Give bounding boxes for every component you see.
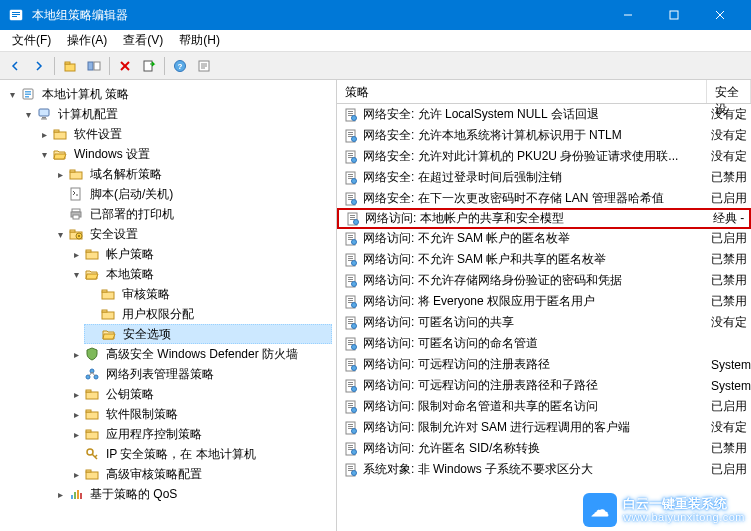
minimize-button[interactable]: [605, 0, 651, 30]
svg-rect-93: [350, 217, 355, 218]
tree-network-list[interactable]: 网络列表管理器策略: [68, 364, 332, 384]
properties-button[interactable]: [193, 55, 215, 77]
policy-row[interactable]: 网络访问: 将 Everyone 权限应用于匿名用户 已禁用: [337, 291, 751, 312]
policy-row[interactable]: 网络安全: 在超过登录时间后强制注销 已禁用: [337, 167, 751, 188]
policy-row[interactable]: 网络访问: 可匿名访问的共享 没有定: [337, 312, 751, 333]
tree-public-key[interactable]: ▸ 公钥策略: [68, 384, 332, 404]
collapse-icon[interactable]: ▾: [52, 226, 68, 242]
policy-row[interactable]: 网络访问: 可远程访问的注册表路径 System: [337, 354, 751, 375]
menu-file[interactable]: 文件(F): [4, 30, 59, 51]
svg-point-120: [352, 323, 357, 328]
tree-software-settings[interactable]: ▸ 软件设置: [36, 124, 332, 144]
svg-rect-68: [348, 113, 353, 114]
column-header-policy[interactable]: 策略: [337, 80, 707, 103]
collapse-icon[interactable]: ▾: [4, 86, 20, 102]
list-body[interactable]: 网络安全: 允许 LocalSystem NULL 会话回退 没有定 网络安全:…: [337, 104, 751, 531]
tree-windows-settings[interactable]: ▾ Windows 设置: [36, 144, 332, 164]
policy-row[interactable]: 网络访问: 限制对命名管道和共享的匿名访问 已启用: [337, 396, 751, 417]
policy-row[interactable]: 网络访问: 不允许 SAM 帐户的匿名枚举 已启用: [337, 228, 751, 249]
svg-point-70: [352, 115, 357, 120]
expand-icon[interactable]: ▸: [68, 386, 84, 402]
policy-row[interactable]: 网络访问: 限制允许对 SAM 进行远程调用的客户端 没有定: [337, 417, 751, 438]
svg-rect-97: [348, 235, 353, 236]
tree-user-rights[interactable]: 用户权限分配: [84, 304, 332, 324]
policy-row[interactable]: 网络安全: 允许对此计算机的 PKU2U 身份验证请求使用联... 没有定: [337, 146, 751, 167]
tree-name-resolution[interactable]: ▸ 域名解析策略: [52, 164, 332, 184]
tree-software-restriction[interactable]: ▸ 软件限制策略: [68, 404, 332, 424]
tree-local-policies[interactable]: ▾ 本地策略: [68, 264, 332, 284]
tree-ip-security[interactable]: IP 安全策略，在 本地计算机: [68, 444, 332, 464]
tree-advanced-audit[interactable]: ▸ 高级审核策略配置: [68, 464, 332, 484]
policy-label: 网络访问: 限制对命名管道和共享的匿名访问: [361, 398, 703, 415]
column-header-security[interactable]: 安全设: [707, 80, 751, 103]
tree-windows-defender[interactable]: ▸ 高级安全 Windows Defender 防火墙: [68, 344, 332, 364]
policy-icon: [341, 192, 361, 206]
menu-action[interactable]: 操作(A): [59, 30, 115, 51]
policy-icon: [341, 274, 361, 288]
policy-row[interactable]: 网络安全: 允许本地系统将计算机标识用于 NTLM 没有定: [337, 125, 751, 146]
policy-row[interactable]: 网络访问: 允许匿名 SID/名称转换 已禁用: [337, 438, 751, 459]
delete-button[interactable]: [114, 55, 136, 77]
collapse-icon[interactable]: ▾: [20, 106, 36, 122]
tree-app-control[interactable]: ▸ 应用程序控制策略: [68, 424, 332, 444]
svg-point-110: [352, 281, 357, 286]
policy-label: 网络安全: 在下一次更改密码时不存储 LAN 管理器哈希值: [361, 190, 703, 207]
svg-rect-123: [348, 342, 353, 343]
printer-icon: [68, 206, 84, 222]
tree-security-settings[interactable]: ▾ 安全设置: [52, 224, 332, 244]
tree-account-policies[interactable]: ▸ 帐户策略: [68, 244, 332, 264]
svg-rect-127: [348, 361, 353, 362]
tree-security-options[interactable]: 安全选项: [84, 324, 332, 344]
expand-icon[interactable]: ▸: [36, 126, 52, 142]
expand-icon[interactable]: ▸: [68, 246, 84, 262]
up-button[interactable]: [59, 55, 81, 77]
svg-point-155: [352, 470, 357, 475]
policy-value: 已启用: [703, 398, 751, 415]
collapse-icon[interactable]: ▾: [36, 146, 52, 162]
policy-row[interactable]: 网络访问: 可远程访问的注册表路径和子路径 System: [337, 375, 751, 396]
tree-computer-config[interactable]: ▾ 计算机配置: [20, 104, 332, 124]
maximize-button[interactable]: [651, 0, 697, 30]
show-hide-tree-button[interactable]: [83, 55, 105, 77]
policy-label: 网络访问: 可匿名访问的共享: [361, 314, 703, 331]
tree-scripts[interactable]: 脚本(启动/关机): [52, 184, 332, 204]
expand-icon[interactable]: ▸: [52, 486, 68, 502]
expand-icon[interactable]: ▸: [68, 406, 84, 422]
back-button[interactable]: [4, 55, 26, 77]
policy-row[interactable]: 网络安全: 在下一次更改密码时不存储 LAN 管理器哈希值 已启用: [337, 188, 751, 209]
toolbar-separator: [109, 57, 110, 75]
expand-icon[interactable]: ▸: [68, 426, 84, 442]
folder-icon: [84, 466, 100, 482]
tree-deployed-printers[interactable]: 已部署的打印机: [52, 204, 332, 224]
menu-help[interactable]: 帮助(H): [171, 30, 228, 51]
policy-row[interactable]: 网络访问: 可匿名访问的命名管道: [337, 333, 751, 354]
expand-icon[interactable]: ▸: [68, 346, 84, 362]
tree-audit-policy[interactable]: 审核策略: [84, 284, 332, 304]
policy-row[interactable]: 网络访问: 不允许存储网络身份验证的密码和凭据 已禁用: [337, 270, 751, 291]
export-button[interactable]: [138, 55, 160, 77]
forward-button[interactable]: [28, 55, 50, 77]
policy-row[interactable]: 网络访问: 不允许 SAM 帐户和共享的匿名枚举 已禁用: [337, 249, 751, 270]
qos-icon: [68, 486, 84, 502]
collapse-icon[interactable]: ▾: [68, 266, 84, 282]
folder-icon: [84, 386, 100, 402]
svg-rect-113: [348, 300, 353, 301]
svg-rect-73: [348, 134, 353, 135]
tree-qos[interactable]: ▸ 基于策略的 QoS: [52, 484, 332, 504]
policy-row[interactable]: 网络访问: 本地帐户的共享和安全模型 经典 -: [337, 208, 751, 229]
folder-icon: [52, 126, 68, 142]
network-icon: [84, 366, 100, 382]
expand-icon[interactable]: ▸: [52, 166, 68, 182]
expand-icon[interactable]: ▸: [68, 466, 84, 482]
help-button[interactable]: ?: [169, 55, 191, 77]
close-button[interactable]: [697, 0, 743, 30]
policy-row[interactable]: 系统对象: 非 Windows 子系统不要求区分大 已启用: [337, 459, 751, 480]
svg-rect-28: [54, 132, 66, 139]
svg-rect-40: [86, 252, 98, 259]
policy-value: 已禁用: [703, 440, 751, 457]
tree-root[interactable]: ▾ 本地计算机 策略: [4, 84, 332, 104]
policy-row[interactable]: 网络安全: 允许 LocalSystem NULL 会话回退 没有定: [337, 104, 751, 125]
tree-pane[interactable]: ▾ 本地计算机 策略 ▾ 计算机配置 ▸ 软件设置 ▾ Windows 设置 ▸…: [0, 80, 337, 531]
svg-rect-29: [54, 130, 59, 132]
menu-view[interactable]: 查看(V): [115, 30, 171, 51]
